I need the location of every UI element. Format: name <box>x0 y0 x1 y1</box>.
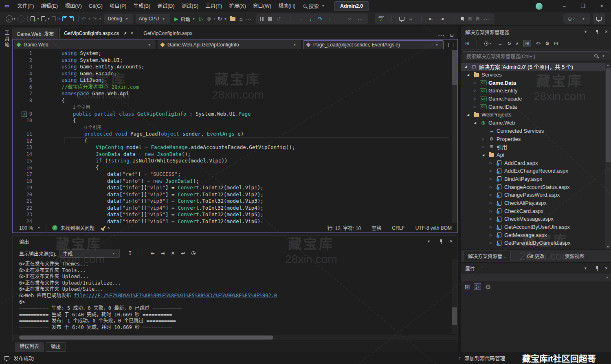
menu-生成(B)[interactable]: 生成(B) <box>130 0 154 12</box>
tree-item-解决方案 'Admin2.0' (5 个项目，共 5 个)[interactable]: ◢⊡解决方案 'Admin2.0' (5 个项目，共 5 个) <box>461 63 606 71</box>
next-bookmark-button[interactable] <box>476 17 479 21</box>
properties-object-dropdown[interactable]: ▼ <box>461 274 611 281</box>
code-line-6[interactable]: 6//藏宝库开发者中心 28xin.com <box>13 84 457 91</box>
codelens-row[interactable]: 0 个引用 <box>13 124 457 131</box>
scrollbar-thumb[interactable] <box>19 335 273 340</box>
expand-arrow-icon[interactable]: ▷ <box>490 233 496 237</box>
new-file-button[interactable] <box>31 16 35 21</box>
solution-configuration-dropdown[interactable]: Debug▼ <box>104 14 133 24</box>
tree-item-GetAccountByUserUin.aspx[interactable]: ▷GetAccountByUserUin.aspx <box>461 223 606 231</box>
properties-icon[interactable]: ⚙ <box>545 41 549 46</box>
expand-arrow-icon[interactable]: ▷ <box>490 177 496 181</box>
tree-item-WebProjects[interactable]: ◢WebProjects <box>461 111 606 119</box>
code-line-9[interactable]: 9↕public partial class GetVipConfigInfo … <box>13 111 457 118</box>
code-line-8[interactable]: 8{ <box>13 97 457 104</box>
stop-button[interactable] <box>268 17 272 21</box>
open-file-button[interactable] <box>41 16 45 21</box>
code-editor[interactable]: 1using System;2using System.Web.UI;3usin… <box>13 50 457 224</box>
code-cleanup-icon[interactable] <box>102 226 105 230</box>
collapse-arrow-icon[interactable]: ◢ <box>467 73 473 77</box>
collapse-arrow-icon[interactable]: ◢ <box>482 153 488 157</box>
previous-message-icon[interactable]: ⇤ <box>150 250 154 256</box>
expand-arrow-icon[interactable]: ▷ <box>474 81 480 85</box>
menu-编辑(E)[interactable]: 编辑(E) <box>37 0 62 12</box>
tree-item-Game.Web[interactable]: ◢⊕Game.Web <box>461 119 606 127</box>
expand-arrow-icon[interactable]: ▷ <box>490 169 496 173</box>
tree-item-ChangeAccountStatus.aspx[interactable]: ▷ChangeAccountStatus.aspx <box>461 183 606 191</box>
document-tab-GetVipConfigInfo.aspx.cs[interactable]: GetVipConfigInfo.aspx.cs× <box>59 28 138 39</box>
save-all-button[interactable] <box>69 16 74 21</box>
restart-app-button[interactable]: ↻ <box>218 16 222 22</box>
tree-item-CheckAliPay.aspx[interactable]: ▷CheckAliPay.aspx <box>461 199 606 207</box>
close-button[interactable]: × <box>592 0 611 12</box>
code-line-13[interactable]: 13VipConfig model = FacadeManage.aideAcc… <box>13 144 457 151</box>
menu-文件(F)[interactable]: 文件(F) <box>14 0 37 12</box>
code-line-23[interactable]: 23data["info"]["vip5"] = Convert.ToInt32… <box>13 211 457 218</box>
code-line-22[interactable]: 22data["info"]["vip4"] = Convert.ToInt32… <box>13 205 457 212</box>
refresh-icon[interactable]: ↻ <box>507 41 511 46</box>
toggle-comment-button[interactable] <box>399 17 404 21</box>
intellitrace-button[interactable]: ∞ <box>347 16 351 22</box>
code-line-1[interactable]: 1using System; <box>13 50 457 57</box>
tree-item-BindAliPay.aspx[interactable]: ▷BindAliPay.aspx <box>461 175 606 183</box>
code-line-15[interactable]: 15if (!string.IsNullOrWhiteSpace(model.V… <box>13 158 457 164</box>
tree-item-Game.Data[interactable]: ▷C#Game.Data <box>461 79 606 87</box>
tree-item-引用[interactable]: ▷⊞引用 <box>461 143 606 151</box>
pin-tab-icon[interactable] <box>122 31 127 36</box>
code-line-18[interactable]: 18data["info"] = new JsonData(); <box>13 178 457 185</box>
document-health-indicator[interactable]: ✓ 未找到相关问题 <box>52 224 95 231</box>
code-line-3[interactable]: 3using Game.Entity.Accounts; <box>13 64 457 70</box>
clear-all-icon[interactable]: ✕ <box>171 250 175 256</box>
tree-item-Connected Services[interactable]: ☁Connected Services <box>461 127 606 135</box>
expand-arrow-icon[interactable]: ▷ <box>490 209 496 213</box>
alphabetical-sort-icon[interactable]: AZ↓ <box>474 283 481 290</box>
step-out-button[interactable]: ↑ <box>328 16 331 22</box>
sync-icon[interactable]: ↔ <box>498 41 503 46</box>
publish-url-link[interactable]: file:///E:/%E7%BD%91%E7%AB%99%E5%8F%91%E… <box>74 293 277 298</box>
tree-item-Properties[interactable]: ▷⚙Properties <box>461 135 606 143</box>
titlebar-search[interactable]: 搜索 ▼ <box>303 2 326 10</box>
toolbox-tab[interactable]: 工具箱 <box>3 30 10 48</box>
send-feedback-button[interactable] <box>596 17 602 21</box>
code-line-19[interactable]: 19data["info"]["vip1"] = Convert.ToInt32… <box>13 184 457 191</box>
expand-arrow-icon[interactable]: ▷ <box>474 89 480 92</box>
collapse-all-icon[interactable]: ∧ <box>516 41 519 46</box>
menu-窗口(W)[interactable]: 窗口(W) <box>249 0 275 12</box>
hot-reload-button[interactable] <box>207 17 211 21</box>
close-icon[interactable]: × <box>605 29 608 35</box>
tree-item-Game.Entity[interactable]: ▷C#Game.Entity <box>461 87 606 95</box>
bottom-tab-错误列表[interactable]: 错误列表 <box>15 342 44 352</box>
scrollbar-thumb[interactable] <box>606 68 611 162</box>
output-log[interactable]: 6>正在发布文件夹 Themes...6>正在发布文件夹 Tools...6>正… <box>13 259 452 334</box>
zoom-dropdown[interactable]: 100 %▼ <box>13 223 46 233</box>
tree-item-Api[interactable]: ◢Api <box>461 151 606 159</box>
pin-icon[interactable] <box>595 266 599 271</box>
word-wrap-icon[interactable]: ↩ <box>181 250 185 256</box>
scroll-down-icon[interactable]: ▼ <box>607 246 609 248</box>
jump-to-message-icon[interactable]: ↧ <box>128 250 132 256</box>
editor-vertical-scrollbar[interactable] <box>452 50 457 224</box>
add-to-source-control-button[interactable]: 添加到源代码管理 <box>464 354 505 362</box>
restart-button[interactable]: ↺ <box>277 16 281 22</box>
expand-arrow-icon[interactable]: ▷ <box>490 241 496 245</box>
redo-button[interactable]: ↷ <box>92 16 97 22</box>
bottom-tab-输出[interactable]: 输出 <box>46 342 66 352</box>
increase-indent-button[interactable]: ⇥ <box>440 16 444 22</box>
tree-item-CheckCard.aspx[interactable]: ▷CheckCard.aspx <box>461 207 606 215</box>
navigate-forward-button[interactable]: → <box>18 15 24 22</box>
debug-overflow-button[interactable]: ⋯ <box>358 16 363 22</box>
toggle-bookmark-button[interactable] <box>461 17 464 21</box>
output-source-dropdown[interactable]: 生成 ▼ <box>59 249 120 258</box>
tree-item-AddCard.aspx[interactable]: ▷AddCard.aspx <box>461 159 606 167</box>
code-line-2[interactable]: 2using System.Web.UI; <box>13 57 457 64</box>
scroll-up-icon[interactable]: ▲ <box>607 64 609 66</box>
scrollbar-thumb[interactable] <box>452 50 457 85</box>
split-window-icon[interactable] <box>448 43 453 47</box>
start-debug-button[interactable]: ▶ 启动 <box>174 15 190 22</box>
code-line-16[interactable]: 16{ <box>13 164 457 171</box>
view-code-icon[interactable]: <> <box>536 41 541 46</box>
sync-with-active-document-icon[interactable]: ⊞ <box>523 40 531 47</box>
cursor-position[interactable]: 行: 12, 字符: 10 <box>327 224 361 231</box>
tree-item-Game.Facade[interactable]: ▷C#Game.Facade <box>461 95 606 103</box>
menu-Git(G)[interactable]: Git(G) <box>85 0 106 12</box>
